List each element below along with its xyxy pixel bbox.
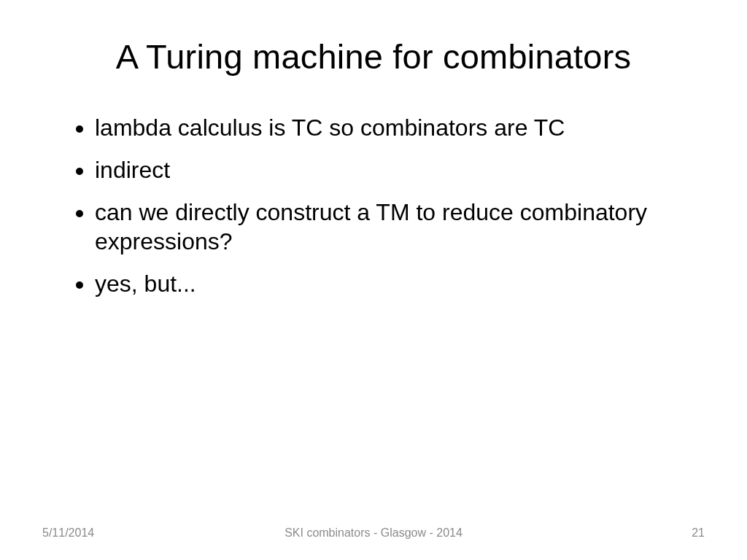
bullet-item: can we directly construct a TM to reduce… xyxy=(95,198,696,256)
slide: A Turing machine for combinators lambda … xyxy=(0,0,747,560)
bullet-item: indirect xyxy=(95,155,696,184)
bullet-item: lambda calculus is TC so combinators are… xyxy=(95,113,696,142)
slide-title: A Turing machine for combinators xyxy=(51,36,696,77)
footer-date: 5/11/2014 xyxy=(42,526,94,540)
bullet-item: yes, but... xyxy=(95,269,696,298)
footer-center: SKI combinators - Glasgow - 2014 xyxy=(0,526,747,540)
footer-page-number: 21 xyxy=(692,526,705,540)
bullet-list: lambda calculus is TC so combinators are… xyxy=(71,113,696,298)
slide-body: lambda calculus is TC so combinators are… xyxy=(51,113,696,298)
slide-footer: 5/11/2014 SKI combinators - Glasgow - 20… xyxy=(0,526,747,540)
